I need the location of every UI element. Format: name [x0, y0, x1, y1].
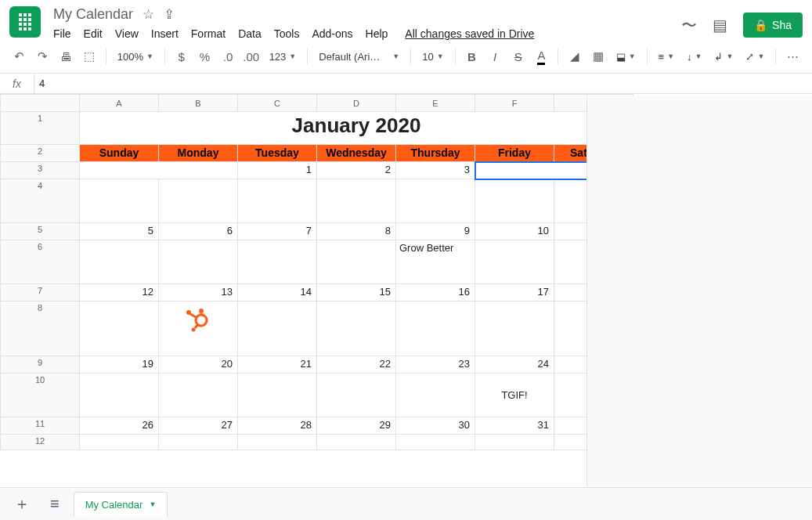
- sheet-tab[interactable]: My Calendar ▼: [74, 492, 168, 517]
- cell[interactable]: [238, 435, 317, 450]
- cell[interactable]: [475, 179, 554, 223]
- cell[interactable]: 10: [475, 223, 554, 240]
- h-align-button[interactable]: ≡▼: [654, 46, 680, 67]
- menu-addons[interactable]: Add-ons: [312, 27, 352, 40]
- cell[interactable]: 17: [475, 284, 554, 302]
- row-header-7[interactable]: 7: [1, 284, 80, 302]
- cell[interactable]: [238, 179, 317, 223]
- cell[interactable]: [238, 374, 317, 417]
- paint-format-button[interactable]: ⬚: [79, 46, 99, 67]
- menu-file[interactable]: File: [53, 27, 71, 40]
- cell[interactable]: [317, 374, 396, 417]
- cell[interactable]: [238, 302, 317, 356]
- cell[interactable]: [80, 162, 238, 179]
- cell[interactable]: [475, 302, 554, 356]
- row-header-1[interactable]: 1: [1, 112, 80, 145]
- cell[interactable]: [475, 435, 554, 450]
- fill-color-button[interactable]: ◢: [565, 46, 585, 67]
- cell[interactable]: TGIF!: [475, 374, 554, 417]
- cell[interactable]: 7: [238, 223, 317, 240]
- redo-button[interactable]: ↷: [33, 46, 53, 67]
- col-header-D[interactable]: D: [317, 95, 396, 112]
- row-header-12[interactable]: 12: [1, 435, 80, 450]
- all-sheets-button[interactable]: ≡: [44, 492, 66, 516]
- rotate-button[interactable]: ⤢▼: [741, 46, 769, 67]
- cell[interactable]: 31: [475, 417, 554, 435]
- cell[interactable]: 5: [80, 223, 159, 240]
- cell[interactable]: 30: [396, 417, 475, 435]
- cell[interactable]: [317, 435, 396, 450]
- menu-help[interactable]: Help: [366, 27, 388, 40]
- add-sheet-button[interactable]: ＋: [8, 490, 36, 518]
- activity-icon[interactable]: 〜: [681, 15, 697, 36]
- col-header-C[interactable]: C: [238, 95, 317, 112]
- cell[interactable]: [396, 435, 475, 450]
- col-header-F[interactable]: F: [475, 95, 554, 112]
- formula-input[interactable]: 4: [34, 78, 45, 89]
- cell[interactable]: [159, 179, 238, 223]
- document-title[interactable]: My Calendar: [53, 6, 133, 23]
- sheets-logo[interactable]: [9, 6, 41, 38]
- empty-grid-area[interactable]: [586, 96, 812, 487]
- cell[interactable]: [159, 240, 238, 284]
- print-button[interactable]: 🖶: [56, 46, 76, 67]
- cell[interactable]: 3: [396, 162, 475, 179]
- cell[interactable]: 16: [396, 284, 475, 302]
- cell[interactable]: 13: [159, 284, 238, 302]
- cell[interactable]: 19: [80, 356, 159, 374]
- cell[interactable]: 12: [80, 284, 159, 302]
- italic-button[interactable]: I: [485, 46, 505, 67]
- row-header-3[interactable]: 3: [1, 162, 80, 179]
- col-header-E[interactable]: E: [396, 95, 475, 112]
- undo-button[interactable]: ↶: [9, 46, 30, 67]
- cell[interactable]: 20: [159, 356, 238, 374]
- font-dropdown[interactable]: Default (Ari…▼: [314, 46, 404, 67]
- row-header-8[interactable]: 8: [1, 302, 80, 356]
- cell[interactable]: [396, 302, 475, 356]
- day-header[interactable]: Sunday: [80, 145, 159, 162]
- row-header-4[interactable]: 4: [1, 179, 80, 223]
- more-button[interactable]: ⋯: [782, 46, 803, 67]
- cell[interactable]: [317, 302, 396, 356]
- cell[interactable]: 28: [238, 417, 317, 435]
- cell[interactable]: [317, 240, 396, 284]
- cell[interactable]: [80, 179, 159, 223]
- cell[interactable]: [159, 374, 238, 417]
- cell[interactable]: 6: [159, 223, 238, 240]
- row-header-2[interactable]: 2: [1, 145, 80, 162]
- row-header-9[interactable]: 9: [1, 356, 80, 374]
- row-header-5[interactable]: 5: [1, 223, 80, 240]
- cell[interactable]: 29: [317, 417, 396, 435]
- cell[interactable]: [317, 179, 396, 223]
- cell[interactable]: Grow Better: [396, 240, 475, 284]
- cell[interactable]: 9: [396, 223, 475, 240]
- cell[interactable]: 22: [317, 356, 396, 374]
- increase-decimal-button[interactable]: .00: [241, 46, 262, 67]
- cell[interactable]: 8: [317, 223, 396, 240]
- cell[interactable]: [80, 435, 159, 450]
- cell[interactable]: [159, 435, 238, 450]
- cell[interactable]: [396, 179, 475, 223]
- cell[interactable]: 23: [396, 356, 475, 374]
- menu-tools[interactable]: Tools: [274, 27, 300, 40]
- merge-button[interactable]: ⬓▼: [612, 46, 641, 67]
- row-header-6[interactable]: 6: [1, 240, 80, 284]
- save-status[interactable]: All changes saved in Drive: [405, 27, 534, 40]
- decrease-decimal-button[interactable]: .0: [218, 46, 238, 67]
- wrap-button[interactable]: ↲▼: [709, 46, 738, 67]
- day-header[interactable]: Tuesday: [238, 145, 317, 162]
- menu-insert[interactable]: Insert: [151, 27, 179, 40]
- cell[interactable]: 24: [475, 356, 554, 374]
- select-all-corner[interactable]: [1, 95, 80, 112]
- comments-icon[interactable]: ▤: [713, 16, 727, 34]
- percent-button[interactable]: %: [195, 46, 215, 67]
- cell[interactable]: 2: [317, 162, 396, 179]
- day-header[interactable]: Monday: [159, 145, 238, 162]
- calendar-title-cell[interactable]: January 2020: [80, 112, 633, 145]
- col-header-A[interactable]: A: [80, 95, 159, 112]
- star-icon[interactable]: ☆: [143, 6, 154, 23]
- cell[interactable]: [238, 240, 317, 284]
- row-header-11[interactable]: 11: [1, 417, 80, 435]
- col-header-B[interactable]: B: [159, 95, 238, 112]
- font-size-dropdown[interactable]: 10▼: [417, 46, 448, 67]
